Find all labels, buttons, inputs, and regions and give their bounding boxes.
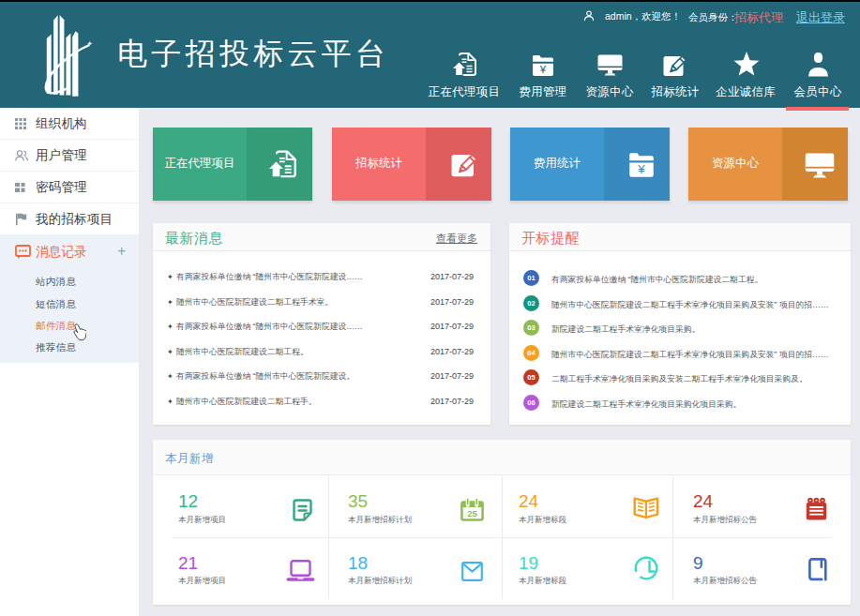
svg-text:¥: ¥ [637, 162, 645, 176]
svg-text:¥: ¥ [539, 64, 547, 75]
svg-text:25: 25 [467, 508, 477, 518]
